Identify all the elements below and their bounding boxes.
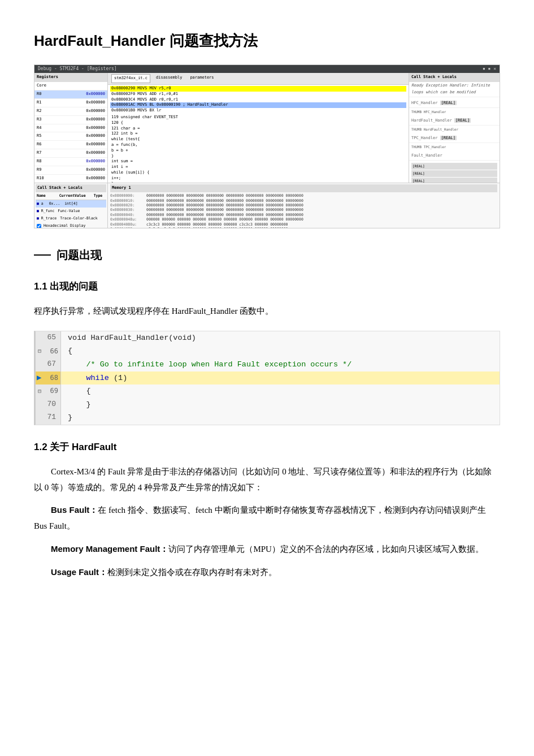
line-content-70: }: [61, 398, 500, 412]
ide-code-panel: stm32f4xx_it.c disassembly parameters 0x…: [108, 73, 409, 183]
line-content-67: /* Go to infinite loop when Hard Fault e…: [61, 358, 500, 371]
line-content-68: while (1): [61, 371, 500, 385]
ide-right-panel: Call Stack + Locals Ready Exception Hand…: [409, 73, 500, 183]
line-content-65: void HardFault_Handler(void): [61, 331, 500, 345]
line-num-70: 70: [36, 398, 61, 412]
fold-icon-69: ⊟: [36, 387, 41, 396]
line-content-69: {: [61, 385, 500, 398]
code-line-65: 65 void HardFault_Handler(void): [36, 331, 500, 345]
code-line-70: 70 }: [36, 398, 500, 412]
bus-fault-para: Bus Fault：在 fetch 指令、数据读写、fetch 中断向量或中断时…: [34, 502, 500, 534]
code-block-hardfault: 65 void HardFault_Handler(void) ⊟ 66 { 6…: [34, 331, 500, 425]
bus-fault-text: 在 fetch 指令、数据读写、fetch 中断向量或中断时存储恢复寄存器栈情况…: [34, 506, 486, 530]
code-line-66: ⊟ 66 {: [36, 344, 500, 358]
intro-paragraph: 程序执行异常，经调试发现程序停在 HardFault_Handler 函数中。: [34, 304, 500, 319]
mem-fault-text: 访问了内存管理单元（MPU）定义的不合法的内存区域，比如向只读区域写入数据。: [168, 545, 484, 554]
line-num-71: 71: [36, 411, 61, 425]
subsection1-1-heading: 1.1 出现的问题: [34, 279, 500, 295]
page-title: HardFault_Handler 问题查找方法: [34, 28, 500, 53]
line-content-66: {: [61, 344, 500, 358]
section1-divider: 问题出现: [34, 245, 500, 265]
code-line-67: 67 /* Go to infinite loop when Hard Faul…: [36, 358, 500, 371]
line-num-66: 66: [41, 345, 60, 357]
mem-fault-title: Memory Management Fault：: [51, 544, 168, 554]
fold-icon-66: ⊟: [36, 347, 41, 356]
ide-registers-panel: Registers Core R00x000000 R10x000000 R20…: [34, 73, 108, 183]
debug-arrow-icon: ▶: [37, 371, 41, 384]
mem-fault-para: Memory Management Fault：访问了内存管理单元（MPU）定义…: [34, 541, 500, 558]
section-line: [34, 254, 51, 256]
ide-memory-panel: Memory 1 0x08000000:00000000 00000000 00…: [108, 183, 500, 228]
bus-fault-title: Bus Fault：: [51, 505, 98, 515]
code-line-69: ⊟ 69 {: [36, 385, 500, 398]
usage-fault-text: 检测到未定义指令或在存取内存时有未对齐。: [107, 568, 277, 577]
ide-titlebar: Debug - STM32F4 - [Registers] ▪ ▪ ✕: [34, 65, 500, 73]
hardfault-para1: Cortex-M3/4 的 Fault 异常是由于非法的存储器访问（比如访问 0…: [34, 464, 500, 496]
code-line-71: 71 }: [36, 411, 500, 425]
usage-fault-title: Usage Fault：: [51, 567, 107, 577]
line-num-65: 65: [36, 331, 61, 345]
ide-locals-panel: Call Stack + Locals NameCurrentValueType…: [34, 183, 108, 228]
subsection1-2-heading: 1.2 关于 HardFault: [34, 439, 500, 456]
ide-screenshot-image: Debug - STM32F4 - [Registers] ▪ ▪ ✕ Regi…: [34, 64, 500, 228]
code-line-68: ▶ 68 while (1): [36, 371, 500, 385]
line-content-71: }: [61, 411, 500, 425]
line-num-67: 67: [36, 358, 61, 371]
section1-heading: 问题出现: [57, 245, 102, 265]
usage-fault-para: Usage Fault：检测到未定义指令或在存取内存时有未对齐。: [34, 564, 500, 581]
line-num-69: 69: [41, 385, 60, 397]
